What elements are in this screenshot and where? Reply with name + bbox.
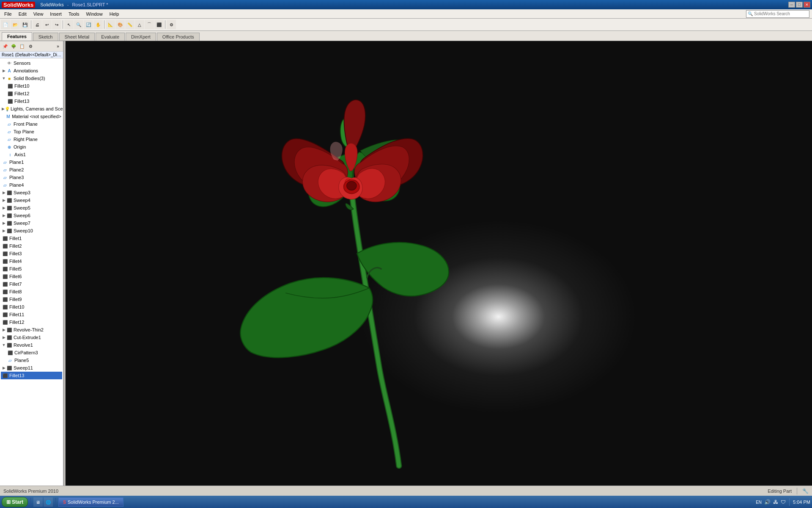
tab-sketch[interactable]: Sketch xyxy=(33,33,58,41)
fillet-icon: ⬛ xyxy=(2,235,8,242)
minimize-button[interactable]: ─ xyxy=(788,2,795,8)
tree-item-front-plane[interactable]: ▱ Front Plane xyxy=(1,120,62,128)
expand-icon: ▼ xyxy=(2,343,6,347)
panel-props-icon[interactable]: 📋 xyxy=(18,42,26,50)
tree-item-top-plane[interactable]: ▱ Top Plane xyxy=(1,128,62,135)
tb-open[interactable]: 📂 xyxy=(11,20,20,29)
menu-view[interactable]: View xyxy=(30,11,47,17)
tb-undo[interactable]: ↩ xyxy=(42,20,52,29)
taskbar-ie[interactable]: 🌐 xyxy=(44,497,53,507)
tray-security-icon[interactable]: 🛡 xyxy=(781,499,786,505)
tree-item-revolve1[interactable]: ▼ ⬛ Revolve1 xyxy=(1,341,62,349)
tree-item-plane3[interactable]: ▱ Plane3 xyxy=(1,174,62,181)
tree-item-sweep7[interactable]: ▶ ⬛ Sweep7 xyxy=(1,219,62,227)
menu-window[interactable]: Window xyxy=(83,11,106,17)
tb-rotate[interactable]: 🔄 xyxy=(84,20,93,29)
tree-item-fillet13-body[interactable]: ⬛ Fillet13 xyxy=(6,97,62,105)
panel-expand-icon[interactable]: » xyxy=(54,42,62,50)
tree-item-plane4[interactable]: ▱ Plane4 xyxy=(1,181,62,189)
tb-new[interactable]: 📄 xyxy=(1,20,10,29)
tree-item-plane1[interactable]: ▱ Plane1 xyxy=(1,158,62,166)
tree-item-sweep10[interactable]: ▶ ⬛ Sweep10 xyxy=(1,227,62,235)
tree-item-sensors[interactable]: 👁 Sensors xyxy=(1,59,62,67)
menu-insert[interactable]: Insert xyxy=(47,11,65,17)
tb-display[interactable]: 🎨 xyxy=(115,20,125,29)
plane-icon: ▱ xyxy=(2,166,8,173)
body-icon: ⬛ xyxy=(7,90,14,97)
3d-viewport[interactable] xyxy=(66,41,812,486)
tab-dimxpert[interactable]: DimXpert xyxy=(126,33,156,41)
tree-item-plane5[interactable]: ▱ Plane5 xyxy=(6,356,62,364)
tree-item-sweep11[interactable]: ▶ ⬛ Sweep11 xyxy=(1,364,62,372)
tree-item-fillet9[interactable]: ⬛ Fillet9 xyxy=(1,295,62,303)
tree-item-fillet12-body[interactable]: ⬛ Fillet12 xyxy=(6,90,62,97)
tree-item-solid-bodies[interactable]: ▼ ■ Solid Bodies(3) xyxy=(1,75,62,82)
tray-network-icon[interactable]: 🖧 xyxy=(773,499,778,505)
menu-help[interactable]: Help xyxy=(106,11,123,17)
tb-ref-geom[interactable]: △ xyxy=(135,20,144,29)
tray-volume-icon[interactable]: 🔊 xyxy=(764,499,771,505)
tree-item-sweep4[interactable]: ▶ ⬛ Sweep4 xyxy=(1,196,62,204)
tab-sheet-metal[interactable]: Sheet Metal xyxy=(59,33,95,41)
tree-item-lights[interactable]: ▶ 💡 Lights, Cameras and Scene xyxy=(1,105,62,113)
tray-language[interactable]: EN xyxy=(756,500,762,505)
tab-evaluate[interactable]: Evaluate xyxy=(96,33,125,41)
sep1 xyxy=(31,20,31,29)
tree-item-origin[interactable]: ⊕ Origin xyxy=(1,143,62,151)
menu-file[interactable]: File xyxy=(1,11,15,17)
tree-item-cut-extrude1[interactable]: ▶ ⬛ Cut-Extrude1 xyxy=(1,334,62,341)
tree-item-fillet12[interactable]: ⬛ Fillet12 xyxy=(1,318,62,326)
tree-item-revolve-thin2[interactable]: ▶ ⬛ Revolve-Thin2 xyxy=(1,326,62,334)
panel-icon-row: 📌 🌳 📋 ⚙ » xyxy=(0,41,63,52)
panel-config-icon[interactable]: ⚙ xyxy=(26,42,35,50)
tree-item-cirpattern3[interactable]: ⬛ CirPattern3 xyxy=(6,349,62,356)
tb-options[interactable]: ⚙ xyxy=(167,20,176,29)
panel-pin-icon[interactable]: 📌 xyxy=(1,42,9,50)
search-input[interactable] xyxy=(754,11,809,16)
tree-item-fillet7[interactable]: ⬛ Fillet7 xyxy=(1,280,62,288)
tb-zoom[interactable]: 🔍 xyxy=(74,20,83,29)
tree-item-annotations[interactable]: ▶ A Annotations xyxy=(1,67,62,75)
tree-item-fillet8[interactable]: ⬛ Fillet8 xyxy=(1,288,62,295)
taskbar-show-desktop[interactable]: 🖥 xyxy=(33,497,43,507)
tree-item-sweep6[interactable]: ▶ ⬛ Sweep6 xyxy=(1,212,62,219)
panel-tree-icon[interactable]: 🌳 xyxy=(9,42,18,50)
close-button[interactable]: ✕ xyxy=(804,2,810,8)
status-icon-rebuild[interactable]: 🔧 xyxy=(802,488,809,494)
tree-item-sweep3[interactable]: ▶ ⬛ Sweep3 xyxy=(1,189,62,196)
tb-select[interactable]: ↖ xyxy=(64,20,74,29)
tree-item-fillet5[interactable]: ⬛ Fillet5 xyxy=(1,265,62,273)
tb-features[interactable]: ⬛ xyxy=(154,20,164,29)
tb-measure[interactable]: 📏 xyxy=(125,20,134,29)
tree-item-fillet11[interactable]: ⬛ Fillet11 xyxy=(1,311,62,318)
tree-item-fillet1[interactable]: ⬛ Fillet1 xyxy=(1,235,62,242)
tree-item-fillet10-body[interactable]: ⬛ Fillet10 xyxy=(6,82,62,90)
body-icon: ⬛ xyxy=(7,98,14,105)
start-button[interactable]: ⊞ Start xyxy=(2,497,28,507)
tabbar: Features Sketch Sheet Metal Evaluate Dim… xyxy=(0,31,812,41)
menu-tools[interactable]: Tools xyxy=(65,11,83,17)
tb-print[interactable]: 🖨 xyxy=(33,20,42,29)
tree-item-fillet2[interactable]: ⬛ Fillet2 xyxy=(1,242,62,250)
tb-redo[interactable]: ↪ xyxy=(52,20,61,29)
tree-item-right-plane[interactable]: ▱ Right Plane xyxy=(1,135,62,143)
tree-item-material[interactable]: M Material <not specified> xyxy=(1,113,62,120)
tab-features[interactable]: Features xyxy=(2,32,32,41)
tb-save[interactable]: 💾 xyxy=(20,20,30,29)
maximize-button[interactable]: □ xyxy=(796,2,803,8)
tb-pan[interactable]: ✋ xyxy=(93,20,103,29)
tree-item-fillet6[interactable]: ⬛ Fillet6 xyxy=(1,273,62,280)
menu-edit[interactable]: Edit xyxy=(15,11,30,17)
tree-item-plane2[interactable]: ▱ Plane2 xyxy=(1,166,62,174)
tree-item-fillet13[interactable]: ⬛ Fillet13 xyxy=(1,372,62,379)
taskbar-solidworks[interactable]: S SolidWorks Premium 2... xyxy=(58,497,123,507)
tree-item-fillet4[interactable]: ⬛ Fillet4 xyxy=(1,257,62,265)
tree-item-axis1[interactable]: ↕ Axis1 xyxy=(6,151,62,158)
tree-item-fillet3[interactable]: ⬛ Fillet3 xyxy=(1,250,62,257)
tb-view-orient[interactable]: 📐 xyxy=(106,20,115,29)
tab-office-products[interactable]: Office Products xyxy=(157,33,200,41)
tree-item-fillet10[interactable]: ⬛ Fillet10 xyxy=(1,303,62,311)
tree-item-sweep5[interactable]: ▶ ⬛ Sweep5 xyxy=(1,204,62,212)
tb-curves[interactable]: ⌒ xyxy=(145,20,154,29)
start-icon: ⊞ xyxy=(6,499,11,505)
